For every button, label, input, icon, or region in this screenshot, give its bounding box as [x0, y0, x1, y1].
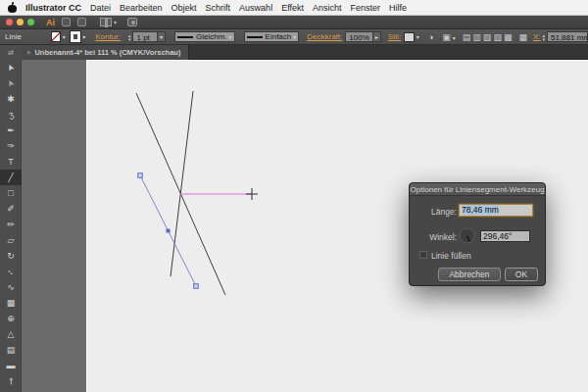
transform-panel-icon[interactable]: ▦	[518, 32, 527, 42]
style-swatch[interactable]	[404, 32, 415, 42]
lasso-tool-icon: ʒ	[7, 110, 14, 121]
document-tab[interactable]: × Unbenannt-4* bei 111 % (CMYK/Vorschau)	[22, 45, 189, 60]
pen-tool[interactable]: ✒	[0, 122, 22, 138]
tools-panel: ➤➤✱ʒ✒✑T╱□✐✏▱↻↔∿▦⊕△▤▬⊸	[0, 60, 22, 392]
bridge-button[interactable]	[62, 18, 71, 26]
length-label: Länge:	[416, 207, 457, 217]
align-right-icon[interactable]: ▧	[483, 32, 492, 42]
stroke-panel-link[interactable]: Kontur:	[95, 32, 121, 41]
app-frame-background	[22, 60, 86, 392]
brush-dropdown[interactable]: Einfach▾	[244, 31, 300, 42]
selection-tool-icon: ➤	[5, 62, 17, 73]
magic-wand-tool[interactable]: ✱	[0, 91, 22, 107]
lasso-tool[interactable]: ʒ	[0, 107, 22, 122]
magic-wand-tool-icon: ✱	[7, 94, 15, 104]
align-top-icon[interactable]: ▨	[493, 32, 502, 42]
menu-item-datei[interactable]: Datei	[90, 3, 111, 13]
eyedropper-tool-icon: ⊸	[6, 377, 16, 385]
stroke-width-stepper[interactable]: ▴▾	[128, 33, 131, 41]
pencil-tool-icon: ✏	[7, 220, 15, 229]
close-window-button[interactable]	[6, 19, 13, 25]
close-tab-icon[interactable]: ×	[26, 48, 30, 57]
opacity-field[interactable]: 100%	[345, 31, 372, 42]
chevron-down-icon[interactable]: ▾	[63, 33, 66, 40]
pen-tool-icon: ✒	[7, 125, 15, 135]
chevron-down-icon[interactable]: ▾	[82, 33, 85, 40]
scale-tool-icon: ↔	[4, 265, 17, 277]
menu-item-schrift[interactable]: Schrift	[206, 3, 231, 13]
ok-button[interactable]: OK	[505, 268, 538, 281]
menu-item-ansicht[interactable]: Ansicht	[313, 3, 342, 13]
arrange-documents-icon[interactable]: ▣▾	[442, 32, 456, 42]
stroke-color-swatch[interactable]	[71, 31, 80, 42]
control-bar: Linie ▾ ▾ Kontur: ▴▾ 1 pt ▾ Gleichm.▾ Ei…	[0, 29, 588, 45]
type-tool-icon: T	[8, 157, 14, 167]
align-left-icon[interactable]: ▤	[463, 32, 471, 42]
rotate-tool-icon: ↻	[7, 251, 15, 261]
fill-color-swatch[interactable]	[51, 31, 61, 42]
opacity-panel-link[interactable]: Deckkraft:	[307, 32, 342, 41]
free-transform-tool[interactable]: ▦	[0, 295, 22, 311]
cancel-button[interactable]: Abbrechen	[438, 268, 501, 281]
menu-item-objekt[interactable]: Objekt	[172, 3, 197, 13]
x-position-field[interactable]: 51,881 mm	[547, 31, 588, 42]
gradient-tool[interactable]: ▬	[0, 358, 22, 373]
rectangle-tool[interactable]: □	[0, 185, 22, 201]
eyedropper-tool[interactable]: ⊸	[0, 373, 22, 389]
direct-selection-tool-icon: ➤	[5, 77, 17, 88]
toolbar-collapse-button[interactable]: ⇄	[0, 45, 22, 60]
align-center-icon[interactable]: ▥	[472, 32, 481, 42]
line-segment-tool[interactable]: ╱	[0, 170, 22, 185]
menu-items: DateiBearbeitenObjektSchriftAuswahlEffek…	[90, 3, 407, 13]
menu-item-fenster[interactable]: Fenster	[351, 3, 381, 13]
angle-label: Winkel:	[416, 232, 457, 242]
stroke-width-field[interactable]: 1 pt	[132, 31, 157, 42]
x-position-stepper[interactable]: ▴▾	[542, 33, 545, 41]
shape-builder-tool[interactable]: ⊕	[0, 311, 22, 326]
angle-input[interactable]: 296,46°	[480, 230, 530, 242]
style-panel-link[interactable]: Stil:	[388, 32, 401, 41]
menu-item-hilfe[interactable]: Hilfe	[389, 3, 407, 13]
rectangle-tool-icon: □	[8, 188, 13, 198]
apple-icon[interactable]	[8, 3, 17, 13]
curvature-tool[interactable]: ✑	[0, 138, 22, 154]
x-position-label[interactable]: X:	[533, 32, 541, 41]
length-input[interactable]: 78,46 mm	[459, 204, 533, 217]
profile-dropdown[interactable]: Gleichm.▾	[174, 31, 235, 42]
zoom-window-button[interactable]	[27, 19, 34, 25]
menu-app-name[interactable]: Illustrator CC	[25, 3, 81, 13]
arrange-documents-icon[interactable]	[100, 18, 112, 26]
scale-tool[interactable]: ↔	[0, 264, 22, 279]
stock-button[interactable]	[77, 18, 86, 26]
angle-dial[interactable]	[459, 227, 475, 244]
minimize-window-button[interactable]	[17, 19, 24, 25]
rotate-tool[interactable]: ↻	[0, 248, 22, 264]
align-bottom-icon[interactable]: ▩	[504, 32, 513, 42]
free-transform-tool-icon: ▦	[7, 298, 16, 308]
type-tool[interactable]: T	[0, 154, 22, 170]
width-tool[interactable]: ∿	[0, 279, 22, 295]
perspective-grid-tool[interactable]: △	[0, 326, 22, 342]
pencil-tool[interactable]: ✏	[0, 217, 22, 232]
paintbrush-tool-icon: ✐	[7, 204, 15, 214]
fill-line-checkbox[interactable]	[419, 251, 427, 259]
mesh-tool-icon: ▤	[7, 345, 16, 355]
menu-item-auswahl[interactable]: Auswahl	[239, 3, 272, 13]
shaper-tool[interactable]: ▱	[0, 232, 22, 248]
stroke-width-dropdown[interactable]: ▾	[158, 31, 166, 42]
direct-selection-tool[interactable]: ➤	[0, 75, 22, 91]
document-setup-icon[interactable]: ◑	[428, 32, 433, 42]
paintbrush-tool[interactable]: ✐	[0, 201, 22, 217]
opacity-dropdown[interactable]: ▸	[373, 31, 381, 42]
mesh-tool[interactable]: ▤	[0, 342, 22, 358]
document-tab-title: Unbenannt-4* bei 111 % (CMYK/Vorschau)	[34, 48, 180, 57]
menu-item-effekt[interactable]: Effekt	[281, 3, 304, 13]
menu-item-bearbeiten[interactable]: Bearbeiten	[120, 3, 163, 13]
share-icon[interactable]	[127, 18, 137, 26]
dialog-title[interactable]: Optionen für Liniensegment-Werkzeug	[410, 183, 545, 196]
fill-line-label[interactable]: Linie füllen	[431, 251, 471, 261]
gradient-tool-icon: ▬	[7, 361, 16, 370]
chevron-down-icon[interactable]: ▾	[416, 33, 419, 40]
selection-tool[interactable]: ➤	[0, 60, 22, 75]
width-tool-icon: ∿	[7, 282, 15, 292]
